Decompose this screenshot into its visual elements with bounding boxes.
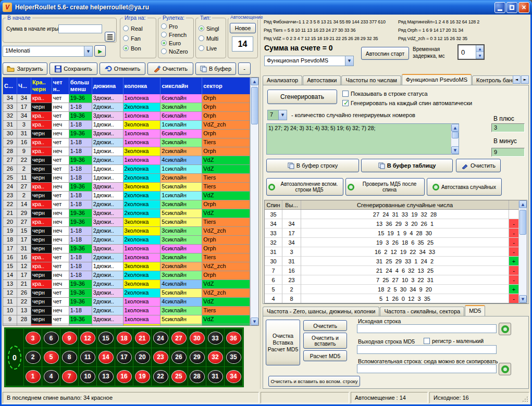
board-cell-5[interactable]: 5 (42, 348, 60, 367)
generate-button[interactable]: Сгенерировать (267, 90, 337, 104)
radio-option-french[interactable]: French (161, 31, 192, 39)
generated-row[interactable]: 3527 24 31 33 19 32 28 (265, 210, 518, 219)
aux-orb-button[interactable] (499, 363, 511, 375)
generated-row[interactable]: 31316 2 12 19 22 34 33- (265, 247, 518, 257)
table-row[interactable]: 289кра..неч1-181дюжи..3колонка2сиклайнOr… (3, 147, 250, 156)
radio-option-real[interactable]: Real (123, 24, 155, 32)
radio-option-live[interactable]: Live (199, 44, 225, 52)
buffer-table-button[interactable]: В буфер таблицу (361, 159, 453, 172)
board-cell-33[interactable]: 33 (206, 329, 224, 348)
maximize-button[interactable] (506, 2, 517, 13)
generated-row[interactable]: 303131 25 29 33 1 24 2+ (265, 257, 518, 266)
generated-string-box[interactable]: 1) 27; 2) 24; 3) 31; 4) 33; 5) 19; 6) 32… (266, 123, 459, 155)
tab-main-2[interactable]: Частоты по числам (341, 75, 401, 85)
generated-row[interactable]: 331715 19 1 9 4 28 30- (265, 229, 518, 238)
checkbox-icon[interactable] (342, 91, 349, 97)
md5-clear-button[interactable]: Очистить (303, 320, 347, 331)
board-cell-14[interactable]: 14 (97, 348, 115, 367)
aux-string-input[interactable] (357, 364, 497, 373)
table-row[interactable]: 2511черннеч1-181дюжи..2колонка2сиклайнTi… (3, 174, 250, 183)
board-cell-16[interactable]: 16 (115, 367, 133, 386)
radio-option-singl[interactable]: Singl (199, 24, 225, 32)
tab-main-4[interactable]: Контроль банкрол (472, 75, 513, 85)
md5-master-button[interactable]: Очистка Вставка Расчет MD5 (266, 320, 300, 365)
table-row[interactable]: 2916кра..чет1-182дюжи..1колонка3сиклайнT… (3, 138, 250, 147)
tab-freq-1[interactable]: Частота - сиклайны, сектора (380, 307, 464, 316)
save-button[interactable]: Сохранить (50, 62, 97, 75)
generated-table-scrollbar[interactable]: ▲ ▼ (518, 200, 527, 303)
board-cell-9[interactable]: 9 (60, 329, 78, 348)
board-cell-30[interactable]: 30 (188, 329, 206, 348)
minus-button[interactable]: - (238, 62, 251, 75)
chevron-down-icon[interactable]: ▼ (84, 46, 92, 56)
table-row[interactable]: 2214кра..чет1-182дюжи..2колонка3сиклайнO… (3, 200, 250, 209)
buffer-string-button[interactable]: В буфер строку (266, 159, 359, 172)
table-row[interactable]: 1321кра..неч19-362дюжи..3колонка4сиклайн… (3, 280, 250, 289)
table-row[interactable]: 2427кра..неч19-363дюжи..3колонка5сиклайн… (3, 183, 250, 192)
load-button[interactable]: Загрузить (3, 62, 47, 75)
tab-main-0[interactable]: Анализатор (263, 75, 302, 85)
genbox-scrollbar[interactable]: ▲ ▼ (451, 124, 459, 154)
md5-clear-paste-button[interactable]: Очистить и вставить (303, 333, 347, 349)
table-row[interactable]: 1013черннеч1-182дюжи..1колонка3сиклайнTi… (3, 307, 250, 315)
table-row[interactable]: 262чернчет1-181дюжи..2колонка1сиклайнVdZ (3, 165, 250, 174)
board-cell-22[interactable]: 22 (152, 367, 169, 386)
table-row[interactable]: 1915черннеч1-182дюжи..3колонка3сиклайнVd… (3, 227, 250, 236)
autospin-start-button[interactable]: Автоспин старт (361, 47, 409, 60)
history-table-scrollbar[interactable]: ▲ ▼ (250, 78, 258, 325)
checkbox-show-status[interactable]: Показывать в строке статуса (342, 91, 428, 97)
radio-option-pro[interactable]: Pro (161, 22, 192, 30)
delay-spinner[interactable]: 0 ▲ ▼ (457, 44, 485, 60)
autobet-random-button[interactable]: Автоставка случайных (427, 178, 502, 196)
table-row[interactable]: 313кра..неч1-181дюжи..3колонка1сиклайнVd… (3, 121, 250, 130)
generated-row[interactable]: 5218 2 5 30 34 9 20+ (265, 285, 518, 294)
board-cell-20[interactable]: 20 (133, 348, 151, 367)
scroll-up-icon[interactable]: ▲ (451, 124, 459, 132)
table-row[interactable]: 2722чернчет19-362дюжи..1колонка4сиклайнV… (3, 156, 250, 165)
radio-option-bon[interactable]: Bon (123, 44, 155, 52)
table-row[interactable]: 232чернчет1-181дюжи..2колонка1сиклайнVdZ (3, 192, 250, 200)
chevron-down-icon[interactable]: ▼ (278, 110, 287, 120)
checkbox-generate-each-spin[interactable]: Генерировать на каждый спин автоматическ… (342, 100, 472, 106)
table-row[interactable]: 1512кра..чет1-181дюжи..3колонка2сиклайнV… (3, 262, 250, 271)
scrollbar-thumb[interactable] (452, 132, 459, 138)
scroll-up-icon[interactable]: ▲ (519, 200, 527, 208)
board-cell-13[interactable]: 13 (97, 367, 115, 386)
table-row[interactable]: 3434кра..чет19-363дюжи..1колонка6сиклайн… (3, 94, 250, 103)
source-string-input[interactable] (357, 324, 497, 333)
board-cell-31[interactable]: 31 (206, 367, 224, 386)
tab-main-3[interactable]: Функционал PsevdoMS (402, 74, 472, 85)
function-combo[interactable]: Функционал PsevdoMS ▼ (264, 56, 354, 66)
tab-freq-0[interactable]: Частота - Zero, шансы, дюжины, колонки (263, 307, 379, 316)
close-button[interactable]: × (518, 2, 529, 13)
table-row[interactable]: 1226чернчет19-363дюжи..2колонка5сиклайнV… (3, 289, 250, 298)
radio-option-nozero[interactable]: NoZero (161, 47, 192, 55)
board-cell-34[interactable]: 34 (225, 367, 242, 386)
table-row[interactable]: 2129черннеч19-363дюжи..2колонка5сиклайнV… (3, 209, 250, 218)
minimize-button[interactable] (494, 2, 505, 13)
count-combo[interactable]: 7 ▼ (267, 110, 287, 120)
check-md5-button[interactable]: Проверить МД5 после спина (345, 178, 425, 196)
scroll-down-icon[interactable]: ▼ (251, 318, 258, 325)
clear-paste-aux-button[interactable]: Очистить и вставить во вспом. строку (268, 376, 360, 387)
preset-combo[interactable]: 1Melonati ▼ (3, 46, 93, 57)
scrollbar-thumb[interactable] (519, 210, 526, 235)
table-row[interactable]: 3031черннеч19-363дюжи..1колонка6сиклайнO… (3, 130, 250, 138)
board-cell-10[interactable]: 10 (79, 367, 96, 386)
clear-generated-button[interactable]: Очистить (456, 159, 501, 172)
tab-scroll-left-icon[interactable]: ◄ (513, 75, 521, 84)
board-cell-27[interactable]: 27 (170, 329, 188, 348)
board-cell-2[interactable]: 2 (24, 348, 42, 367)
menu-lines-button[interactable] (105, 32, 115, 42)
table-row[interactable]: 1817черннеч1-182дюжи..2колонка3сиклайнOr… (3, 236, 250, 245)
board-cell-25[interactable]: 25 (170, 367, 188, 386)
board-cell-6[interactable]: 6 (42, 329, 60, 348)
spinner-down-icon[interactable]: ▼ (476, 52, 484, 59)
checkbox-checked-icon[interactable] (342, 100, 349, 106)
tab-freq-2[interactable]: MD5 (465, 305, 485, 316)
play-button[interactable]: ▶ (94, 45, 106, 57)
table-row[interactable]: 3234кра..чет19-363дюжи..1колонка6сиклайн… (3, 112, 250, 121)
table-row[interactable]: 928чернчет19-363дюжи..1колонка5сиклайнVd… (3, 315, 250, 324)
scroll-down-icon[interactable]: ▼ (519, 295, 527, 303)
board-cell-0[interactable]: 0 (6, 329, 23, 386)
